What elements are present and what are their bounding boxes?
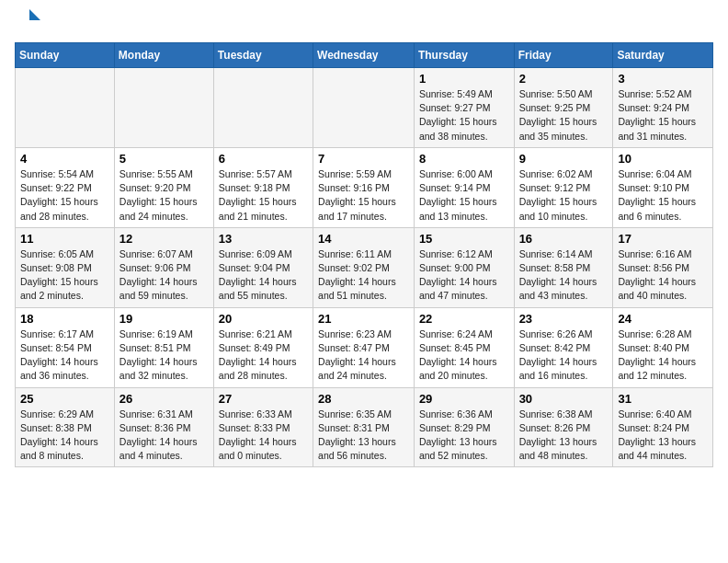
day-number: 7 <box>318 152 409 166</box>
day-info: Sunrise: 6:33 AM Sunset: 8:33 PM Dayligh… <box>219 408 308 464</box>
day-number: 23 <box>519 312 609 326</box>
day-number: 13 <box>219 232 308 246</box>
col-header-tuesday: Tuesday <box>213 43 313 68</box>
day-number: 30 <box>519 392 609 406</box>
day-info: Sunrise: 5:50 AM Sunset: 9:25 PM Dayligh… <box>519 87 609 144</box>
col-header-saturday: Saturday <box>613 43 713 68</box>
day-info: Sunrise: 6:28 AM Sunset: 8:40 PM Dayligh… <box>618 327 708 384</box>
day-info: Sunrise: 6:24 AM Sunset: 8:45 PM Dayligh… <box>419 327 509 384</box>
day-number: 31 <box>618 392 708 406</box>
day-number: 24 <box>618 312 708 326</box>
day-number: 9 <box>519 152 609 166</box>
header-row: SundayMondayTuesdayWednesdayThursdayFrid… <box>16 43 713 68</box>
col-header-thursday: Thursday <box>414 43 514 68</box>
col-header-wednesday: Wednesday <box>313 43 415 68</box>
day-number: 10 <box>618 152 708 166</box>
day-cell <box>313 68 415 148</box>
day-info: Sunrise: 6:29 AM Sunset: 8:38 PM Dayligh… <box>20 408 109 464</box>
calendar-table: SundayMondayTuesdayWednesdayThursdayFrid… <box>15 42 713 467</box>
day-info: Sunrise: 6:12 AM Sunset: 9:00 PM Dayligh… <box>419 247 509 304</box>
day-number: 2 <box>519 72 609 86</box>
day-info: Sunrise: 5:54 AM Sunset: 9:22 PM Dayligh… <box>20 167 109 224</box>
page-header <box>15 15 713 33</box>
week-row-2: 4Sunrise: 5:54 AM Sunset: 9:22 PM Daylig… <box>16 147 713 227</box>
day-number: 25 <box>20 392 109 406</box>
svg-marker-0 <box>29 9 40 20</box>
day-cell: 9Sunrise: 6:02 AM Sunset: 9:12 PM Daylig… <box>514 147 613 227</box>
week-row-3: 11Sunrise: 6:05 AM Sunset: 9:08 PM Dayli… <box>16 227 713 307</box>
day-info: Sunrise: 6:26 AM Sunset: 8:42 PM Dayligh… <box>519 327 609 384</box>
day-info: Sunrise: 5:49 AM Sunset: 9:27 PM Dayligh… <box>419 87 509 144</box>
day-cell <box>114 68 213 148</box>
day-cell: 7Sunrise: 5:59 AM Sunset: 9:16 PM Daylig… <box>313 147 415 227</box>
day-cell: 10Sunrise: 6:04 AM Sunset: 9:10 PM Dayli… <box>613 147 713 227</box>
day-info: Sunrise: 5:57 AM Sunset: 9:18 PM Dayligh… <box>219 167 308 224</box>
day-number: 8 <box>419 152 509 166</box>
day-cell: 28Sunrise: 6:35 AM Sunset: 8:31 PM Dayli… <box>313 387 415 467</box>
day-info: Sunrise: 6:05 AM Sunset: 9:08 PM Dayligh… <box>20 247 109 304</box>
logo <box>15 15 42 33</box>
day-number: 28 <box>318 392 409 406</box>
day-cell: 24Sunrise: 6:28 AM Sunset: 8:40 PM Dayli… <box>613 307 713 387</box>
col-header-monday: Monday <box>114 43 213 68</box>
day-info: Sunrise: 6:19 AM Sunset: 8:51 PM Dayligh… <box>119 327 209 384</box>
logo-icon <box>17 7 42 33</box>
day-cell: 21Sunrise: 6:23 AM Sunset: 8:47 PM Dayli… <box>313 307 415 387</box>
day-cell: 1Sunrise: 5:49 AM Sunset: 9:27 PM Daylig… <box>414 68 514 148</box>
day-info: Sunrise: 6:09 AM Sunset: 9:04 PM Dayligh… <box>219 247 308 304</box>
day-info: Sunrise: 6:02 AM Sunset: 9:12 PM Dayligh… <box>519 167 609 224</box>
day-cell: 25Sunrise: 6:29 AM Sunset: 8:38 PM Dayli… <box>16 387 115 467</box>
day-number: 15 <box>419 232 509 246</box>
day-number: 12 <box>119 232 209 246</box>
day-number: 21 <box>318 312 409 326</box>
week-row-4: 18Sunrise: 6:17 AM Sunset: 8:54 PM Dayli… <box>16 307 713 387</box>
day-cell: 15Sunrise: 6:12 AM Sunset: 9:00 PM Dayli… <box>414 227 514 307</box>
day-number: 17 <box>618 232 708 246</box>
day-number: 6 <box>219 152 308 166</box>
week-row-1: 1Sunrise: 5:49 AM Sunset: 9:27 PM Daylig… <box>16 68 713 148</box>
day-info: Sunrise: 6:14 AM Sunset: 8:58 PM Dayligh… <box>519 247 609 304</box>
day-cell: 4Sunrise: 5:54 AM Sunset: 9:22 PM Daylig… <box>16 147 115 227</box>
day-info: Sunrise: 5:52 AM Sunset: 9:24 PM Dayligh… <box>618 87 708 144</box>
day-info: Sunrise: 6:23 AM Sunset: 8:47 PM Dayligh… <box>318 327 409 384</box>
day-cell: 17Sunrise: 6:16 AM Sunset: 8:56 PM Dayli… <box>613 227 713 307</box>
day-info: Sunrise: 5:55 AM Sunset: 9:20 PM Dayligh… <box>119 167 209 224</box>
day-info: Sunrise: 6:07 AM Sunset: 9:06 PM Dayligh… <box>119 247 209 304</box>
day-info: Sunrise: 6:21 AM Sunset: 8:49 PM Dayligh… <box>219 327 308 384</box>
day-cell: 13Sunrise: 6:09 AM Sunset: 9:04 PM Dayli… <box>213 227 313 307</box>
day-number: 27 <box>219 392 308 406</box>
day-number: 14 <box>318 232 409 246</box>
day-info: Sunrise: 6:00 AM Sunset: 9:14 PM Dayligh… <box>419 167 509 224</box>
day-number: 22 <box>419 312 509 326</box>
day-number: 29 <box>419 392 509 406</box>
day-number: 20 <box>219 312 308 326</box>
day-number: 26 <box>119 392 209 406</box>
day-cell <box>16 68 115 148</box>
day-info: Sunrise: 6:04 AM Sunset: 9:10 PM Dayligh… <box>618 167 708 224</box>
day-number: 1 <box>419 72 509 86</box>
day-info: Sunrise: 6:17 AM Sunset: 8:54 PM Dayligh… <box>20 327 109 384</box>
day-number: 5 <box>119 152 209 166</box>
day-info: Sunrise: 6:38 AM Sunset: 8:26 PM Dayligh… <box>519 408 609 464</box>
day-number: 19 <box>119 312 209 326</box>
day-cell <box>213 68 313 148</box>
day-info: Sunrise: 6:35 AM Sunset: 8:31 PM Dayligh… <box>318 408 409 464</box>
day-number: 11 <box>20 232 109 246</box>
week-row-5: 25Sunrise: 6:29 AM Sunset: 8:38 PM Dayli… <box>16 387 713 467</box>
day-cell: 31Sunrise: 6:40 AM Sunset: 8:24 PM Dayli… <box>613 387 713 467</box>
day-cell: 14Sunrise: 6:11 AM Sunset: 9:02 PM Dayli… <box>313 227 415 307</box>
day-cell: 29Sunrise: 6:36 AM Sunset: 8:29 PM Dayli… <box>414 387 514 467</box>
day-cell: 26Sunrise: 6:31 AM Sunset: 8:36 PM Dayli… <box>114 387 213 467</box>
day-cell: 8Sunrise: 6:00 AM Sunset: 9:14 PM Daylig… <box>414 147 514 227</box>
day-cell: 30Sunrise: 6:38 AM Sunset: 8:26 PM Dayli… <box>514 387 613 467</box>
day-info: Sunrise: 6:11 AM Sunset: 9:02 PM Dayligh… <box>318 247 409 304</box>
day-cell: 19Sunrise: 6:19 AM Sunset: 8:51 PM Dayli… <box>114 307 213 387</box>
day-info: Sunrise: 6:36 AM Sunset: 8:29 PM Dayligh… <box>419 408 509 464</box>
day-number: 16 <box>519 232 609 246</box>
day-cell: 18Sunrise: 6:17 AM Sunset: 8:54 PM Dayli… <box>16 307 115 387</box>
day-info: Sunrise: 6:40 AM Sunset: 8:24 PM Dayligh… <box>618 408 708 464</box>
day-cell: 12Sunrise: 6:07 AM Sunset: 9:06 PM Dayli… <box>114 227 213 307</box>
day-cell: 16Sunrise: 6:14 AM Sunset: 8:58 PM Dayli… <box>514 227 613 307</box>
col-header-friday: Friday <box>514 43 613 68</box>
col-header-sunday: Sunday <box>16 43 115 68</box>
